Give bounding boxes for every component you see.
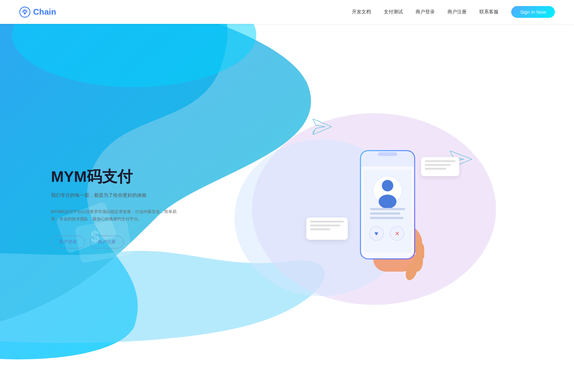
hero-register-button[interactable]: 商户注册: [90, 236, 124, 248]
svg-rect-28: [370, 208, 405, 210]
chat-bubble-right: [421, 157, 459, 176]
hero-login-button[interactable]: 商户登录: [51, 236, 85, 248]
hero-title: MYM码支付: [51, 167, 217, 186]
svg-rect-30: [370, 217, 403, 219]
svg-point-26: [382, 180, 393, 191]
navbar: Chain 开发文档 支付测试 商户登录 商户注册 联系客服 Sign In N…: [0, 0, 574, 24]
svg-marker-10: [313, 119, 332, 135]
hero-section: $ MYM码支付 我们专注的每一面，都是为了给你更好的体验 MYM码支付平台以信…: [0, 0, 574, 392]
phone-illustration: ♥ ✕: [332, 132, 434, 284]
svg-point-27: [379, 195, 396, 209]
nav-item-dev-docs[interactable]: 开发文档: [352, 9, 371, 15]
paper-plane-top-left-icon: [313, 119, 332, 135]
nav-item-merchant-login[interactable]: 商户登录: [416, 9, 435, 15]
hero-subtitle: 我们专注的每一面，都是为了给你更好的体验: [51, 192, 217, 198]
svg-text:✕: ✕: [395, 231, 399, 237]
hero-left: MYM码支付 我们专注的每一面，都是为了给你更好的体验 MYM码支付平台以信誉求…: [51, 167, 217, 248]
logo[interactable]: Chain: [19, 6, 56, 18]
hero-right: ♥ ✕: [217, 132, 549, 284]
logo-icon: [19, 6, 31, 18]
sign-in-button[interactable]: Sign In Now: [511, 6, 555, 18]
hero-buttons: 商户登录 商户注册: [51, 236, 217, 248]
nav-item-contact[interactable]: 联系客服: [479, 9, 498, 15]
svg-rect-22: [360, 159, 415, 167]
hero-description: MYM码支付平台以信誉求市场以稳定求发展，行业内最安全，简单易用，专业的技术团队…: [51, 208, 178, 223]
chat-bubble-left: [306, 217, 348, 240]
nav-item-merchant-register[interactable]: 商户注册: [447, 9, 467, 15]
hero-content: MYM码支付 我们专注的每一面，都是为了给你更好的体验 MYM码支付平台以信誉求…: [0, 24, 574, 392]
svg-rect-29: [370, 212, 400, 215]
svg-rect-23: [378, 152, 397, 156]
phone-svg: ♥ ✕: [341, 135, 424, 281]
nav-links: 开发文档 支付测试 商户登录 商户注册 联系客服 Sign In Now: [352, 6, 555, 18]
svg-point-1: [24, 12, 26, 14]
logo-text: Chain: [33, 7, 56, 17]
svg-text:♥: ♥: [374, 230, 378, 237]
nav-item-payment-test[interactable]: 支付测试: [384, 9, 403, 15]
